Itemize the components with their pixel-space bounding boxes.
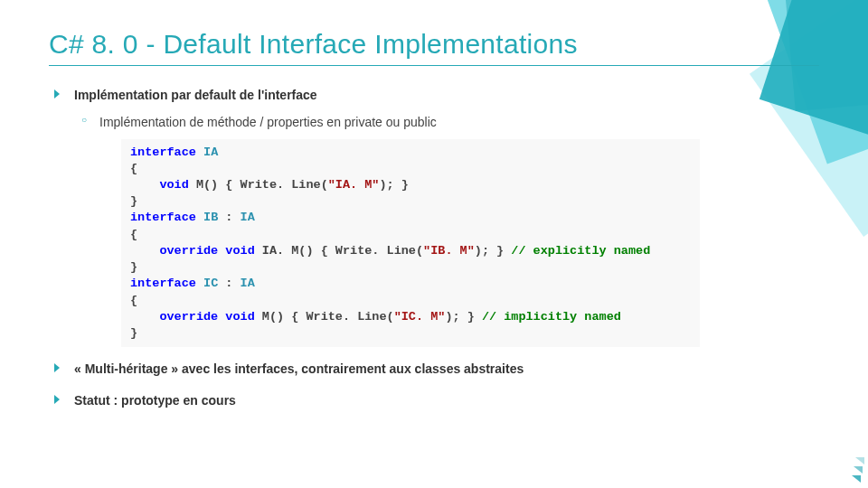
code-type: IA: [241, 277, 255, 290]
code-keyword: interface: [130, 145, 196, 159]
code-type: IA: [241, 211, 255, 224]
code-text: IA. M() { Write. Line(: [262, 244, 423, 258]
code-text: ); }: [379, 178, 408, 192]
code-punct: }: [130, 260, 137, 274]
code-text: M() { Write. Line(: [262, 310, 394, 324]
code-punct: }: [130, 194, 137, 208]
slide-body: C# 8. 0 - Default Interface Implementati…: [0, 0, 868, 488]
code-type: IB: [203, 211, 218, 224]
slide-title: C# 8. 0 - Default Interface Implementati…: [49, 29, 819, 66]
sub-bullet-list: Implémentation de méthode / properties e…: [74, 113, 819, 131]
code-keyword: void: [225, 310, 254, 324]
code-keyword: void: [225, 244, 254, 258]
code-snippet: interface IA { void M() { Write. Line("I…: [121, 139, 700, 348]
code-keyword: override: [159, 244, 218, 258]
code-string: "IA. M": [328, 178, 380, 192]
bullet-item: Statut : prototype en cours: [49, 391, 819, 409]
code-punct: :: [225, 277, 232, 290]
code-comment: // explicitly named: [511, 244, 650, 258]
bullet-text: « Multi-héritage » avec les interfaces, …: [74, 361, 524, 376]
code-punct: {: [130, 294, 137, 307]
code-string: "IB. M": [423, 244, 475, 258]
code-punct: }: [130, 326, 137, 340]
code-comment: // implicitly named: [482, 310, 621, 324]
sub-bullet-text: Implémentation de méthode / properties e…: [99, 115, 437, 129]
code-type: IC: [203, 277, 218, 290]
code-punct: {: [130, 228, 137, 241]
bullet-item: « Multi-héritage » avec les interfaces, …: [49, 360, 819, 378]
decorative-footer-triangles: [855, 457, 864, 483]
code-text: ); }: [445, 310, 474, 324]
code-type: IA: [203, 145, 218, 159]
code-keyword: interface: [130, 211, 196, 224]
code-text: M() { Write. Line(: [196, 178, 328, 192]
bullet-text: Implémentation par default de l'interfac…: [74, 88, 317, 102]
code-text: ); }: [475, 244, 504, 258]
sub-bullet-item: Implémentation de méthode / properties e…: [74, 113, 819, 131]
bullet-text: Statut : prototype en cours: [74, 393, 236, 408]
code-keyword: void: [159, 178, 188, 192]
code-punct: {: [130, 162, 137, 175]
code-string: "IC. M": [394, 310, 446, 324]
bullet-list: Implémentation par default de l'interfac…: [49, 86, 819, 409]
code-keyword: interface: [130, 277, 196, 290]
code-keyword: override: [159, 310, 218, 324]
code-punct: :: [225, 211, 232, 224]
bullet-item: Implémentation par default de l'interfac…: [49, 86, 819, 347]
